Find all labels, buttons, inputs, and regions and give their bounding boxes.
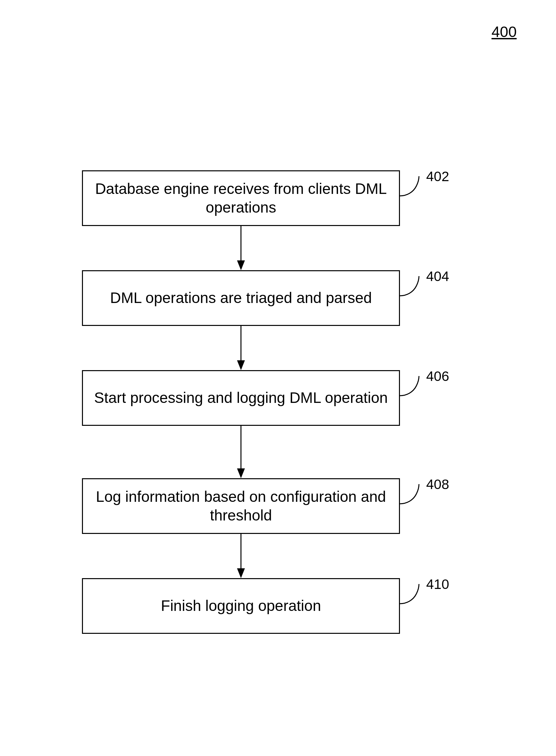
ref-label-402: 402 xyxy=(426,169,449,184)
step-text: DML operations are triaged and parsed xyxy=(110,289,372,308)
ref-label-404: 404 xyxy=(426,269,449,284)
svg-marker-3 xyxy=(237,360,245,370)
leader-line-410 xyxy=(400,584,429,604)
step-box-402: Database engine receives from clients DM… xyxy=(82,170,400,226)
ref-label-410: 410 xyxy=(426,576,449,592)
flowchart-canvas: 400 Database engine receives from client… xyxy=(0,0,556,756)
step-box-408: Log information based on configuration a… xyxy=(82,478,400,534)
ref-label-408: 408 xyxy=(426,477,449,492)
ref-label-406: 406 xyxy=(426,369,449,384)
leader-line-408 xyxy=(400,484,429,504)
arrow-402-to-404 xyxy=(236,226,246,270)
arrow-406-to-408 xyxy=(236,426,246,478)
arrow-404-to-406 xyxy=(236,326,246,370)
step-text: Database engine receives from clients DM… xyxy=(93,180,389,217)
step-box-404: DML operations are triaged and parsed xyxy=(82,270,400,326)
step-box-406: Start processing and logging DML operati… xyxy=(82,370,400,426)
svg-marker-5 xyxy=(237,468,245,478)
leader-line-402 xyxy=(400,176,429,196)
step-text: Start processing and logging DML operati… xyxy=(94,388,388,408)
step-text: Finish logging operation xyxy=(161,597,321,615)
leader-line-404 xyxy=(400,276,429,296)
svg-marker-7 xyxy=(237,568,245,578)
arrow-408-to-410 xyxy=(236,534,246,578)
figure-number: 400 xyxy=(491,23,517,41)
leader-line-406 xyxy=(400,376,429,396)
step-box-410: Finish logging operation xyxy=(82,578,400,634)
svg-marker-1 xyxy=(237,260,245,270)
step-text: Log information based on configuration a… xyxy=(93,487,389,525)
